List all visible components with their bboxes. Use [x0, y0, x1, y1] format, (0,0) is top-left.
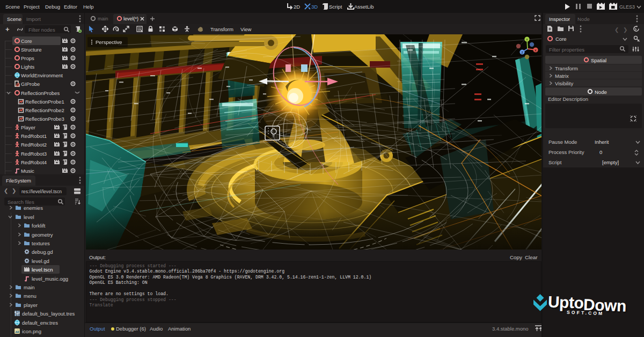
svg-text:Perspective: Perspective [96, 39, 122, 45]
svg-text:X: X [535, 49, 537, 52]
svg-text:Z: Z [521, 51, 523, 54]
svg-text:Y: Y [526, 38, 528, 41]
